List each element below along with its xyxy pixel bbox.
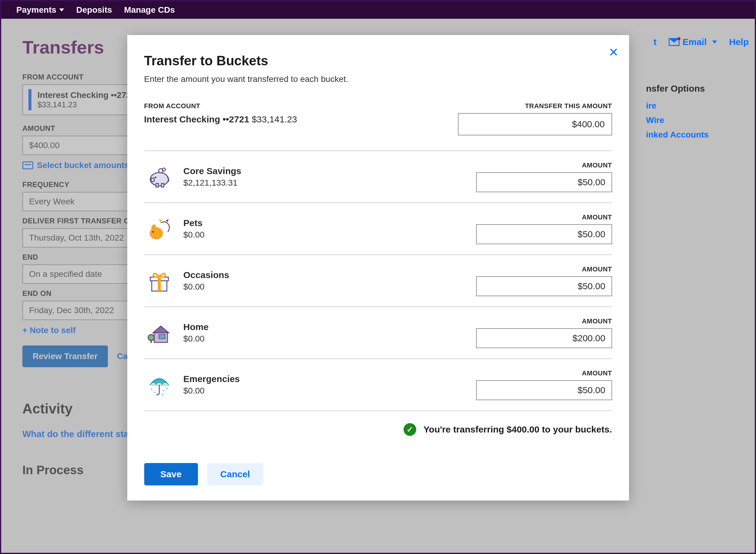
transfer-option-link-3[interactable]: inked Accounts	[646, 130, 752, 140]
email-link[interactable]: Email	[669, 37, 717, 47]
transfer-option-link-2[interactable]: Wire	[646, 115, 752, 125]
chevron-down-icon	[59, 8, 64, 11]
transfer-option-link-1[interactable]: ire	[646, 101, 752, 111]
nav-payments[interactable]: Payments	[16, 5, 64, 15]
bucket-amount-label: AMOUNT	[476, 369, 612, 377]
bucket-row: Emergencies $0.00 AMOUNT	[144, 359, 612, 411]
bucket-amount-input[interactable]	[476, 276, 612, 296]
bucket-row: Occasions $0.00 AMOUNT	[144, 255, 612, 307]
bucket-name: Core Savings	[183, 166, 467, 176]
bucket-amount-label: AMOUNT	[476, 213, 612, 221]
cancel-button[interactable]: Cancel	[207, 463, 263, 485]
bucket-balance: $0.00	[183, 386, 467, 396]
bucket-balance: $0.00	[183, 282, 467, 292]
bucket-name: Occasions	[183, 270, 467, 280]
chevron-down-icon	[712, 41, 717, 44]
bucket-balance: $0.00	[183, 230, 467, 240]
bucket-amount-label: AMOUNT	[476, 161, 612, 169]
bucket-amount-input[interactable]	[476, 328, 612, 348]
mail-icon	[669, 38, 680, 46]
bucket-name: Home	[183, 322, 467, 332]
transfer-this-amount-label: TRANSFER THIS AMOUNT	[458, 102, 612, 110]
save-button[interactable]: Save	[144, 463, 198, 485]
bucket-name: Emergencies	[183, 374, 467, 384]
modal-title: Transfer to Buckets	[144, 53, 612, 68]
nav-manage-cds[interactable]: Manage CDs	[124, 5, 175, 15]
transfer-summary: ✓ You're transferring $400.00 to your bu…	[144, 411, 612, 442]
bucket-amount-input[interactable]	[476, 224, 612, 244]
nav-deposits[interactable]: Deposits	[76, 5, 112, 15]
bucket-amount-input[interactable]	[476, 380, 612, 400]
gift-icon	[144, 269, 174, 293]
bucket-balance: $2,121,133.31	[183, 178, 467, 188]
modal-from-label: FROM ACCOUNT	[144, 102, 297, 110]
top-nav: Payments Deposits Manage CDs	[0, 0, 756, 19]
checkmark-icon: ✓	[403, 423, 416, 436]
modal-from-account-name: Interest Checking ••2721	[144, 114, 250, 124]
modal-from-account: Interest Checking ••2721 $33,141.23	[144, 114, 297, 124]
modal-subtitle: Enter the amount you want transferred to…	[144, 74, 612, 84]
nav-payments-label: Payments	[16, 5, 56, 15]
transfer-to-buckets-modal: ✕ Transfer to Buckets Enter the amount y…	[127, 35, 629, 500]
pet-icon	[144, 217, 174, 241]
bucket-amount-label: AMOUNT	[476, 265, 612, 273]
bucket-row: Core Savings $2,121,133.31 AMOUNT	[144, 151, 612, 203]
bucket-amount-input[interactable]	[476, 172, 612, 192]
home-icon	[144, 321, 174, 345]
umbrella-icon	[144, 373, 174, 397]
bucket-row: Home $0.00 AMOUNT	[144, 307, 612, 359]
transfer-summary-text: You're transferring $400.00 to your buck…	[424, 424, 612, 435]
header-cut-text: t	[653, 37, 656, 47]
bucket-amount-label: AMOUNT	[476, 317, 612, 325]
transfer-this-amount-input[interactable]	[458, 113, 612, 135]
nav-manage-cds-label: Manage CDs	[124, 5, 175, 15]
right-column: t Email Help nsfer Options ire Wire inke…	[646, 37, 755, 145]
bucket-balance: $0.00	[183, 334, 467, 344]
piggy-icon	[144, 165, 174, 189]
transfer-options-heading: nsfer Options	[646, 84, 752, 94]
close-icon[interactable]: ✕	[608, 45, 619, 59]
bucket-row: Pets $0.00 AMOUNT	[144, 203, 612, 255]
bucket-name: Pets	[183, 218, 467, 228]
modal-from-account-balance: $33,141.23	[252, 114, 297, 124]
nav-deposits-label: Deposits	[76, 5, 112, 15]
help-link[interactable]: Help	[729, 37, 749, 47]
